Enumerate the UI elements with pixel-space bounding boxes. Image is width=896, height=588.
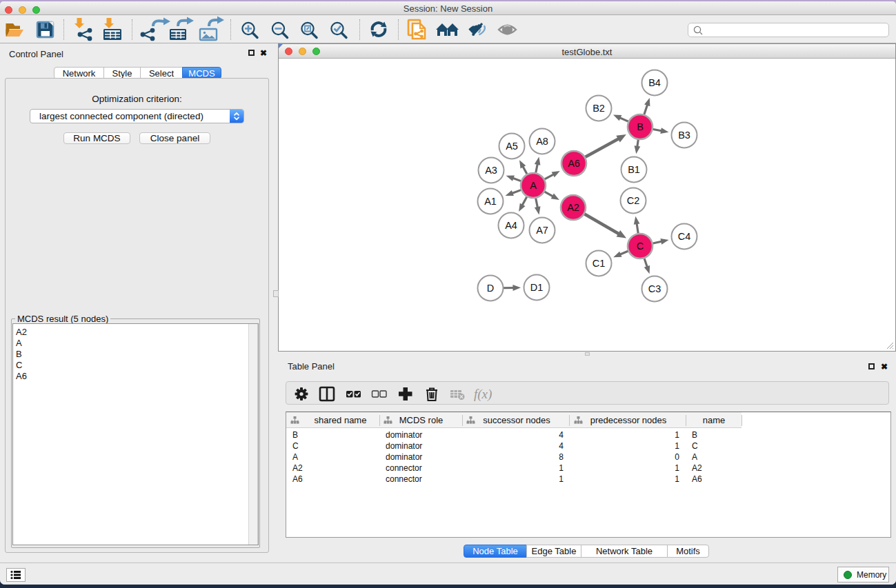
svg-text:A4: A4 — [505, 220, 517, 231]
svg-text:A3: A3 — [485, 165, 497, 176]
svg-text:D1: D1 — [530, 282, 544, 293]
svg-text:C1: C1 — [593, 258, 606, 269]
svg-text:C2: C2 — [627, 195, 640, 206]
svg-text:A6: A6 — [568, 158, 580, 169]
svg-text:D: D — [487, 283, 494, 294]
svg-text:A5: A5 — [506, 141, 518, 152]
svg-text:A7: A7 — [536, 225, 548, 236]
svg-text:B3: B3 — [678, 130, 690, 141]
svg-text:B1: B1 — [628, 164, 640, 175]
svg-text:A1: A1 — [484, 196, 497, 207]
svg-text:C3: C3 — [648, 283, 661, 294]
svg-text:B: B — [637, 121, 644, 132]
svg-text:A: A — [530, 180, 537, 191]
svg-text:B4: B4 — [648, 77, 661, 88]
svg-text:f(x): f(x) — [474, 387, 492, 402]
svg-text:C4: C4 — [678, 231, 691, 242]
svg-text:A8: A8 — [536, 136, 548, 147]
svg-text:A2: A2 — [567, 202, 579, 213]
svg-text:C: C — [637, 241, 644, 252]
svg-text:B2: B2 — [593, 103, 605, 114]
